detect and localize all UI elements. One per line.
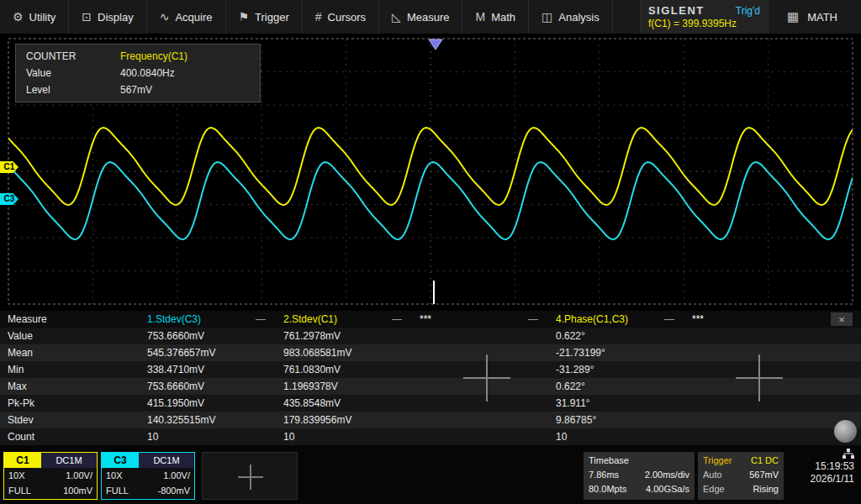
measure-cell	[414, 428, 550, 445]
add-measurement-plus-icon-2[interactable]	[736, 354, 783, 402]
measure-row-max: Max753.6660mV1.1969378V0.622°	[0, 378, 861, 395]
menu-item-measure[interactable]: ◺Measure	[379, 0, 462, 34]
trigger-slope: Rising	[753, 482, 779, 496]
measure-cell: 0.622°	[550, 378, 686, 395]
measure-row-mean: Mean545.376657mV983.068581mV-21.73199°	[0, 344, 861, 361]
measure-cell: 761.2978mV	[277, 328, 414, 344]
cursors-icon: #	[315, 10, 322, 24]
add-measurement-plus-icon[interactable]	[463, 354, 510, 402]
menu-item-utility[interactable]: ⚙Utility	[0, 0, 69, 34]
measure-column-label: 1.Stdev(C3)	[147, 311, 201, 328]
waveform-c1[interactable]	[8, 128, 853, 205]
menu-item-label: Analysis	[558, 11, 599, 24]
channel-c3-coupling: DC1M	[139, 453, 194, 468]
measure-cell: 753.6660mV	[141, 328, 277, 344]
measure-cell: 10	[550, 428, 686, 445]
math-right-label: MATH	[807, 11, 837, 24]
measure-column-label: 2.Stdev(C1)	[283, 311, 337, 328]
measure-cell	[414, 412, 550, 428]
measure-row-label: Pk-Pk	[0, 395, 141, 412]
menu-item-label: Measure	[407, 11, 450, 24]
timebase-scale: 2.00ms/div	[645, 468, 689, 482]
counter-overlay: COUNTER Frequency(C1) Value 400.0840Hz L…	[15, 44, 261, 102]
trigger-type: Edge	[703, 482, 725, 496]
channel-c3-atten: 10X	[106, 468, 123, 483]
menu-item-label: Acquire	[175, 11, 212, 24]
measure-cell: -31.289°	[550, 361, 686, 378]
menu-item-label: Display	[98, 11, 134, 24]
measure-cell: 753.6660mV	[141, 378, 277, 395]
timebase-box[interactable]: Timebase 7.86ms 2.00ms/div 80.0Mpts 4.00…	[584, 452, 695, 500]
measure-cell: 10	[141, 428, 277, 445]
math-grid-icon: ▦	[787, 9, 799, 24]
channel-c3-offset: -800mV	[157, 483, 190, 498]
measure-table-close-button[interactable]: ×	[831, 312, 853, 326]
measure-cell	[414, 328, 550, 344]
measure-column-header-4[interactable]: 4.Phase(C1,C3)—	[550, 311, 686, 328]
channel-box-c1[interactable]: C1 DC1M 10X 1.00V/ FULL 100mV	[3, 452, 98, 500]
measure-row-label: Value	[0, 328, 141, 344]
measure-cell: 435.8548mV	[277, 395, 414, 412]
acquire-icon: ∿	[160, 10, 170, 24]
measure-cell	[686, 328, 822, 344]
counter-value: 400.0840Hz	[120, 66, 250, 81]
collapse-measure-icon[interactable]: —	[664, 311, 674, 328]
trigger-mode: Auto	[703, 468, 722, 482]
menu-item-display[interactable]: ⊡Display	[69, 0, 146, 34]
menu-item-cursors[interactable]: #Cursors	[303, 0, 379, 34]
measure-row-min: Min338.4710mV761.0830mV-31.289°	[0, 361, 861, 378]
menu-item-analysis[interactable]: ◫Analysis	[529, 0, 613, 34]
measure-cell: 0.622°	[550, 328, 686, 344]
analysis-icon: ◫	[541, 10, 552, 24]
timebase-samplerate: 4.00GSa/s	[646, 482, 689, 496]
measure-cell: 140.325515mV	[141, 412, 277, 428]
counter-level-label: Level	[26, 82, 120, 97]
timebase-delay: 7.86ms	[589, 468, 619, 482]
trigger-position-marker[interactable]	[429, 39, 442, 50]
timebase-memory: 80.0Mpts	[589, 482, 626, 496]
measure-row-label: Max	[0, 378, 141, 395]
oscilloscope-screen: ⚙Utility⊡Display∿Acquire⚑Trigger#Cursors…	[0, 0, 861, 504]
measure-row-label: Count	[0, 428, 141, 445]
measure-cell: 31.911°	[550, 395, 686, 412]
trigger-source: C1 DC	[751, 454, 779, 468]
notification-ball-icon[interactable]	[834, 420, 857, 443]
measure-column-label: ***	[420, 311, 431, 328]
waveform-display[interactable]: COUNTER Frequency(C1) Value 400.0840Hz L…	[0, 35, 861, 307]
measure-column-header-1[interactable]: 1.Stdev(C3)—	[141, 311, 277, 328]
measure-column-header-2[interactable]: 2.Stdev(C1)—	[277, 311, 414, 328]
collapse-measure-icon[interactable]: —	[392, 311, 402, 328]
counter-value-label: Value	[26, 66, 120, 81]
channel-c1-offset: 100mV	[63, 483, 92, 498]
frequency-readout: f(C1) = 399.9395Hz	[648, 18, 760, 29]
collapse-measure-icon[interactable]: —	[256, 311, 266, 328]
measure-cell: 10	[277, 428, 414, 445]
measure-column-header-5[interactable]: ***	[686, 311, 822, 328]
clock-date: 2026/1/11	[811, 473, 855, 485]
menu-item-acquire[interactable]: ∿Acquire	[147, 0, 226, 34]
channel-box-c3[interactable]: C3 DC1M 10X 1.00V/ FULL -800mV	[101, 452, 195, 500]
channel-c3-bandwidth: FULL	[106, 483, 129, 498]
measure-row-pk-pk: Pk-Pk415.1950mV435.8548mV31.911°	[0, 395, 861, 412]
measure-column-header-3[interactable]: ***—	[414, 311, 550, 328]
measure-table-corner-label: Measure	[0, 311, 141, 328]
network-icon	[843, 449, 854, 459]
menu-item-math-right[interactable]: ▦ MATH	[768, 0, 861, 34]
trigger-box[interactable]: Trigger C1 DC Auto 567mV Edge Rising	[698, 452, 784, 500]
brand-row: SIGLENT Trig'd	[648, 4, 760, 17]
measure-cell	[686, 428, 822, 445]
gear-icon: ⚙	[13, 10, 24, 24]
menu-item-math[interactable]: MMath	[462, 0, 529, 34]
measure-column-label: ***	[692, 311, 704, 328]
collapse-measure-icon[interactable]: —	[528, 311, 538, 328]
add-channel-button[interactable]	[202, 452, 298, 500]
trigger-status-panel[interactable]: SIGLENT Trig'd f(C1) = 399.9395Hz	[640, 0, 768, 34]
counter-level-value: 567mV	[120, 82, 250, 97]
measure-cell	[686, 412, 822, 428]
measure-row-label: Min	[0, 361, 141, 378]
clock-time: 15:19:53	[815, 460, 854, 472]
display-icon: ⊡	[82, 10, 92, 24]
channel-c1-coupling: DC1M	[41, 453, 97, 468]
measure-row-value: Value753.6660mV761.2978mV0.622°	[0, 328, 861, 344]
menu-item-trigger[interactable]: ⚑Trigger	[226, 0, 303, 34]
